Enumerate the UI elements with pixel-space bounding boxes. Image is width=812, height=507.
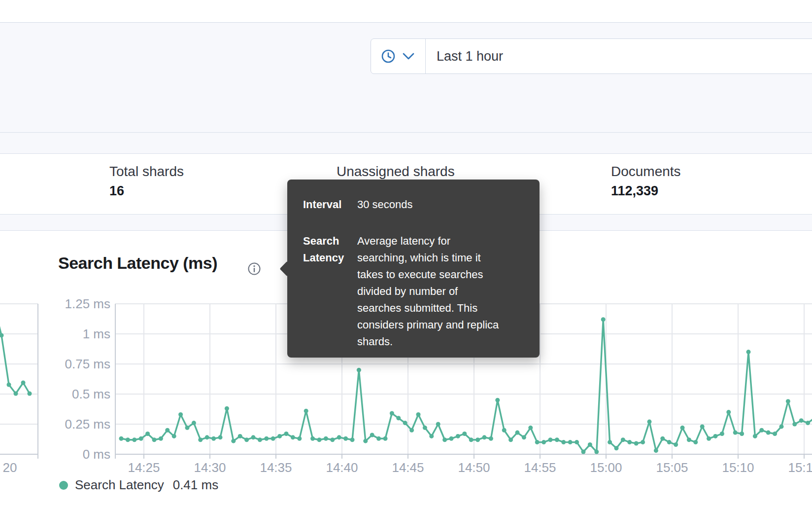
tooltip-row-value: Average latency for searching, which is … [357,233,503,350]
tooltip-row-label: Search Latency [303,233,357,350]
svg-text:0.75 ms: 0.75 ms [65,357,111,371]
svg-text:0 ms: 0 ms [83,447,110,462]
legend-item-search-latency[interactable]: Search Latency 0.41 ms [59,477,218,493]
svg-text:14:35: 14:35 [260,460,292,475]
svg-text:14:40: 14:40 [326,460,358,475]
svg-text:15:05: 15:05 [656,460,688,475]
svg-text:14:55: 14:55 [524,460,556,475]
svg-text:15:10: 15:10 [722,460,754,475]
legend-label: Search Latency [75,477,164,493]
svg-text:14:30: 14:30 [194,460,226,475]
svg-text:0.5 ms: 0.5 ms [72,387,110,401]
svg-text:14:50: 14:50 [458,460,490,475]
page: Last 1 hour Show dates Total shards 16 U… [0,0,812,507]
svg-text:1.25 ms: 1.25 ms [65,296,111,311]
tooltip-row-value: 30 seconds [357,196,503,213]
info-tooltip: Interval 30 seconds Search Latency Avera… [287,180,540,358]
svg-text:15:15: 15:15 [788,460,812,475]
svg-text:1 ms: 1 ms [83,326,110,341]
svg-text:20: 20 [3,460,17,475]
svg-text:14:45: 14:45 [392,460,424,475]
legend-dot-icon [59,481,68,490]
svg-text:15:00: 15:00 [590,460,622,475]
tooltip-row-label: Interval [303,196,357,213]
svg-text:14:25: 14:25 [128,460,160,475]
legend-current-value: 0.41 ms [173,477,219,493]
svg-text:0.25 ms: 0.25 ms [65,417,111,432]
